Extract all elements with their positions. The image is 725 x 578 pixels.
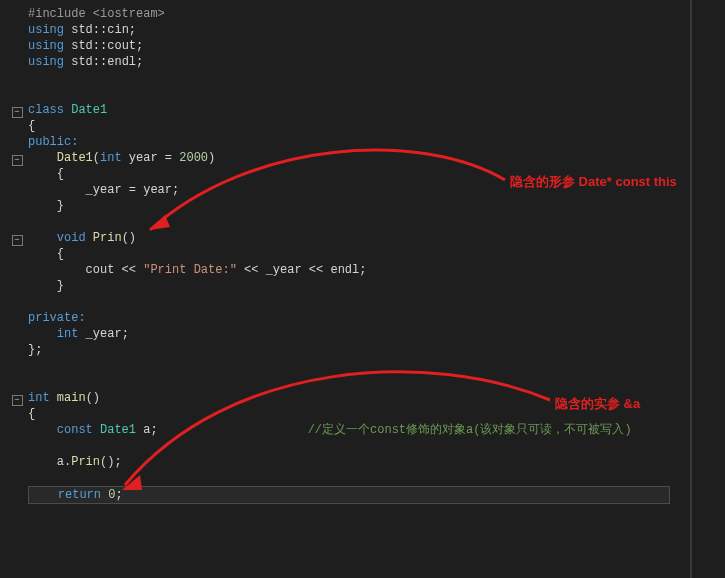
code-line: {: [10, 246, 690, 262]
fold-icon[interactable]: −: [12, 107, 23, 118]
code-editor: #include <iostream> using std::cin; usin…: [0, 0, 692, 578]
code-line: using std::cout;: [10, 38, 690, 54]
fold-icon[interactable]: −: [12, 155, 23, 166]
code-line: {: [10, 118, 690, 134]
code-line: [10, 214, 690, 230]
code-line: − Date1(int year = 2000): [10, 150, 690, 166]
code-line: private:: [10, 310, 690, 326]
code-line: cout << "Print Date:" << _year << endl;: [10, 262, 690, 278]
fold-icon[interactable]: −: [12, 395, 23, 406]
code-line: [10, 438, 690, 454]
code-line: #include <iostream>: [10, 6, 690, 22]
fold-icon[interactable]: −: [12, 235, 23, 246]
code-line: [10, 294, 690, 310]
code-line: using std::endl;: [10, 54, 690, 70]
code-line: [10, 374, 690, 390]
code-line: a.Prin();: [10, 454, 690, 470]
code-line: };: [10, 342, 690, 358]
annotation-actual-param: 隐含的实参 &a: [555, 395, 640, 413]
code-line: public:: [10, 134, 690, 150]
code-line: int _year;: [10, 326, 690, 342]
preproc: #include: [28, 7, 86, 21]
code-line: −class Date1: [10, 102, 690, 118]
code-line: return 0;: [10, 486, 690, 502]
code-line: − void Prin(): [10, 230, 690, 246]
code-line: }: [10, 278, 690, 294]
annotation-formal-param: 隐含的形参 Date* const this: [510, 173, 677, 191]
code-line: }: [10, 198, 690, 214]
code-line: const Date1 a;//定义一个const修饰的对象a(该对象只可读，不…: [10, 422, 690, 438]
code-line: [10, 86, 690, 102]
code-line: [10, 358, 690, 374]
code-line: [10, 470, 690, 486]
code-line: using std::cin;: [10, 22, 690, 38]
code-line: [10, 70, 690, 86]
